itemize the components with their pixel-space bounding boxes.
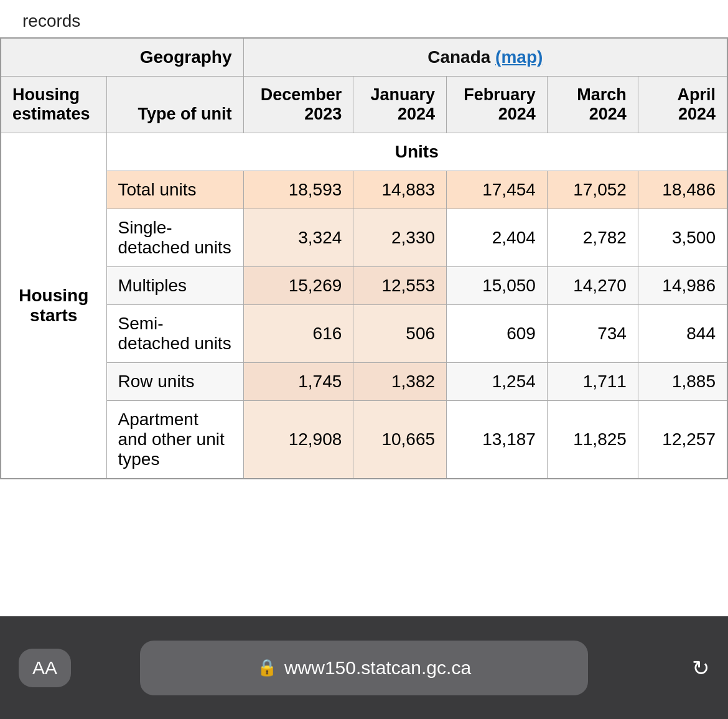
units-subheader-row: Housing starts Units [1,133,727,171]
multiples-row: Multiples 15,269 12,553 15,050 14,270 14… [1,267,727,305]
th-apr2024: April 2024 [638,77,727,133]
single-detached-row: Single-detached units 3,324 2,330 2,404 … [1,209,727,267]
semi-jan2024: 506 [353,305,447,363]
total-dec2023: 18,593 [243,171,353,209]
records-label: records [22,11,80,31]
th-dec2023: December 2023 [243,77,353,133]
total-apr2024: 18,486 [638,171,727,209]
font-size-button[interactable]: AA [19,649,71,687]
table-wrapper: Geography Canada (map) Housing estimates… [0,37,728,479]
semi-detached-row: Semi-detached units 616 506 609 734 844 [1,305,727,363]
url-text: www150.statcan.gc.ca [284,657,471,679]
single-apr2024: 3,500 [638,209,727,267]
browser-bar: AA 🔒 www150.statcan.gc.ca ↻ [0,616,728,719]
lock-icon: 🔒 [257,658,277,677]
total-jan2024: 14,883 [353,171,447,209]
housing-estimates-cell: Housing starts [1,133,106,479]
single-detached-label: Single-detached units [106,209,243,267]
apartment-jan2024: 10,665 [353,401,447,479]
multiples-apr2024: 14,986 [638,267,727,305]
apartment-dec2023: 12,908 [243,401,353,479]
th-feb2024: February 2024 [447,77,548,133]
semi-dec2023: 616 [243,305,353,363]
semi-mar2024: 734 [547,305,638,363]
th-housing-estimates: Housing estimates [1,77,106,133]
top-bar-text: records [0,0,728,37]
map-link[interactable]: (map) [495,47,543,67]
total-mar2024: 17,052 [547,171,638,209]
row-units-label: Row units [106,363,243,401]
total-units-label: Total units [106,171,243,209]
row-feb2024: 1,254 [447,363,548,401]
apartment-feb2024: 13,187 [447,401,548,479]
units-label-cell: Units [106,133,727,171]
semi-apr2024: 844 [638,305,727,363]
th-jan2024: January 2024 [353,77,447,133]
total-feb2024: 17,454 [447,171,548,209]
single-jan2024: 2,330 [353,209,447,267]
total-units-row: Total units 18,593 14,883 17,454 17,052 … [1,171,727,209]
apartment-mar2024: 11,825 [547,401,638,479]
row-units-row: Row units 1,745 1,382 1,254 1,711 1,885 [1,363,727,401]
single-dec2023: 3,324 [243,209,353,267]
apartment-row: Apartment and other unit types 12,908 10… [1,401,727,479]
reload-button[interactable]: ↻ [692,656,709,680]
multiples-feb2024: 15,050 [447,267,548,305]
th-geography: Geography [1,38,243,77]
apartment-label: Apartment and other unit types [106,401,243,479]
address-bar[interactable]: 🔒 www150.statcan.gc.ca [140,641,588,695]
row-jan2024: 1,382 [353,363,447,401]
multiples-dec2023: 15,269 [243,267,353,305]
th-mar2024: March 2024 [547,77,638,133]
header-row-geography: Geography Canada (map) [1,38,727,77]
multiples-jan2024: 12,553 [353,267,447,305]
th-canada: Canada (map) [243,38,727,77]
semi-feb2024: 609 [447,305,548,363]
row-dec2023: 1,745 [243,363,353,401]
apartment-apr2024: 12,257 [638,401,727,479]
row-mar2024: 1,711 [547,363,638,401]
row-apr2024: 1,885 [638,363,727,401]
multiples-label: Multiples [106,267,243,305]
th-type-of-unit: Type of unit [106,77,243,133]
semi-detached-label: Semi-detached units [106,305,243,363]
single-mar2024: 2,782 [547,209,638,267]
multiples-mar2024: 14,270 [547,267,638,305]
data-table: Geography Canada (map) Housing estimates… [0,37,728,479]
header-row-months: Housing estimates Type of unit December … [1,77,727,133]
single-feb2024: 2,404 [447,209,548,267]
